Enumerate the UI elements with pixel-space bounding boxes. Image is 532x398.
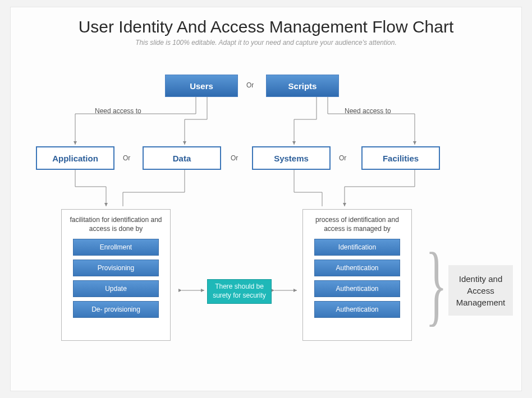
panel-process: process of identification and access is … [302,209,412,341]
node-scripts-label: Scripts [288,81,317,91]
node-iam-label: Identity and Access Management [453,273,508,308]
node-data-label: Data [173,154,191,163]
pill-provisioning: Provisioning [73,260,159,276]
node-data: Data [143,146,221,170]
slide-title: User Identity And Access Management Flow… [11,7,521,39]
node-application: Application [36,146,114,170]
node-systems-label: Systems [274,154,309,163]
node-center-note: There should be surety for security [207,279,272,304]
node-systems: Systems [252,146,331,170]
node-iam: Identity and Access Management [448,265,513,316]
slide-frame: User Identity And Access Management Flow… [10,7,522,391]
pill-authentication-2: Authentication [314,280,400,297]
node-scripts: Scripts [266,75,339,97]
pill-deprovisioning: De- provisioning [73,301,159,318]
node-users: Users [165,75,238,97]
label-or-top: Or [246,81,254,89]
label-or-2: Or [231,154,238,162]
node-facilities-label: Facilities [383,154,419,163]
node-application-label: Application [52,154,98,163]
label-or-3: Or [339,154,346,162]
pill-authentication-3: Authentication [314,301,400,318]
panel-process-caption: process of identification and access is … [311,215,403,233]
brace-icon: } [425,248,447,320]
node-center-note-label: There should be surety for security [212,283,267,300]
label-need-access-right: Need access to [345,107,391,115]
pill-update: Update [73,280,159,297]
node-users-label: Users [190,81,213,91]
panel-facilitation: facilitation for identification and acce… [61,209,171,341]
panel-facilitation-caption: facilitation for identification and acce… [70,215,162,233]
slide-subtitle: This slide is 100% editable. Adapt it to… [11,39,521,52]
pill-enrollment: Enrollment [73,239,159,256]
node-facilities: Facilities [361,146,440,170]
label-or-1: Or [123,154,130,162]
pill-authentication-1: Authentication [314,260,400,276]
label-need-access-left: Need access to [95,107,141,115]
pill-identification: Identification [314,239,400,256]
